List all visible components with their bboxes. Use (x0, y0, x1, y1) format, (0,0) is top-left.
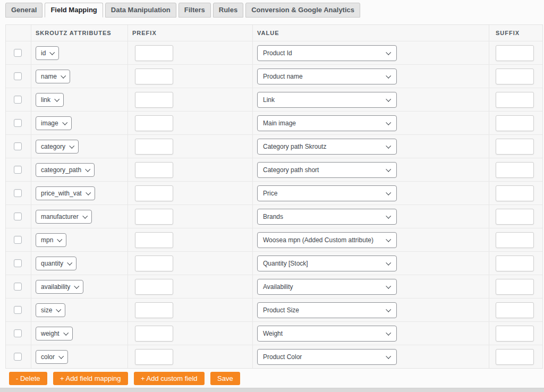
suffix-input[interactable] (496, 139, 534, 155)
row-checkbox[interactable] (14, 306, 22, 314)
value-select[interactable]: Price (257, 185, 397, 201)
suffix-cell (489, 205, 542, 228)
suffix-cell (489, 228, 542, 251)
suffix-input[interactable] (496, 115, 534, 131)
value-select[interactable]: Quantity [Stock] (257, 255, 397, 271)
suffix-input[interactable] (496, 162, 534, 178)
table-row: availability Availability (6, 275, 542, 298)
prefix-input[interactable] (135, 279, 173, 295)
attribute-select[interactable]: id (36, 46, 59, 60)
add-field-mapping-button[interactable]: + Add field mapping (53, 372, 128, 385)
save-button[interactable]: Save (210, 372, 240, 385)
row-checkbox[interactable] (14, 353, 22, 361)
chevron-down-icon (386, 167, 391, 172)
chevron-down-icon (386, 120, 391, 125)
attribute-select[interactable]: size (36, 303, 65, 317)
value-select-value: Product Size (263, 306, 299, 314)
attribute-select[interactable]: link (36, 93, 64, 107)
value-select[interactable]: Brands (257, 209, 397, 225)
prefix-input[interactable] (135, 92, 173, 108)
prefix-input[interactable] (135, 162, 173, 178)
tab-general[interactable]: General (5, 3, 42, 18)
prefix-input[interactable] (135, 185, 173, 201)
attribute-cell: id (31, 41, 128, 64)
value-select-value: Category path Skroutz (263, 143, 326, 150)
row-checkbox[interactable] (14, 212, 22, 220)
suffix-input[interactable] (496, 279, 534, 295)
row-checkbox[interactable] (14, 142, 22, 150)
attribute-select[interactable]: quantity (36, 257, 76, 270)
tab-field-mapping[interactable]: Field Mapping (45, 3, 103, 18)
tab-rules[interactable]: Rules (213, 3, 243, 18)
checkbox-cell (6, 345, 31, 368)
value-select[interactable]: Product Id (257, 45, 397, 61)
tab-filters[interactable]: Filters (178, 3, 211, 18)
prefix-input[interactable] (135, 255, 173, 271)
attribute-select[interactable]: color (36, 350, 68, 364)
row-checkbox[interactable] (14, 72, 22, 80)
suffix-input[interactable] (496, 69, 534, 84)
prefix-input[interactable] (135, 209, 173, 225)
chevron-down-icon (85, 167, 90, 172)
row-checkbox[interactable] (14, 329, 22, 337)
attribute-select[interactable]: mpn (36, 233, 66, 247)
value-select[interactable]: Main image (257, 115, 397, 131)
value-select[interactable]: Product Color (257, 349, 397, 365)
table-body: id Product Id name (6, 41, 542, 368)
value-cell: Main image (253, 112, 489, 134)
value-select[interactable]: Availability (257, 279, 397, 295)
delete-button[interactable]: - Delete (9, 372, 47, 385)
attribute-select[interactable]: weight (36, 327, 73, 340)
column-header-checkbox (6, 25, 31, 41)
attribute-select[interactable]: category_path (36, 163, 95, 177)
suffix-input[interactable] (496, 232, 534, 248)
suffix-input[interactable] (496, 92, 534, 108)
suffix-input[interactable] (496, 326, 534, 342)
value-select[interactable]: Product name (257, 69, 397, 84)
value-select[interactable]: Woosea mpn (Added Custom attribute) (257, 232, 397, 248)
attribute-select[interactable]: category (36, 140, 79, 154)
value-select[interactable]: Category path Skroutz (257, 139, 397, 155)
checkbox-cell (6, 205, 31, 228)
suffix-input[interactable] (496, 255, 534, 271)
suffix-input[interactable] (496, 349, 534, 365)
row-checkbox[interactable] (14, 259, 22, 267)
attribute-select[interactable]: manufacturer (36, 210, 92, 224)
suffix-input[interactable] (496, 302, 534, 318)
row-checkbox[interactable] (14, 119, 22, 127)
prefix-input[interactable] (135, 69, 173, 84)
row-checkbox[interactable] (14, 166, 22, 174)
prefix-input[interactable] (135, 326, 173, 342)
value-select-value: Woosea mpn (Added Custom attribute) (263, 236, 373, 244)
row-checkbox[interactable] (14, 283, 22, 291)
value-select[interactable]: Category path short (257, 162, 397, 178)
value-select[interactable]: Link (257, 92, 397, 108)
prefix-input[interactable] (135, 232, 173, 248)
tab-conversion-google-analytics[interactable]: Conversion & Google Analytics (245, 3, 360, 18)
value-select[interactable]: Weight (257, 326, 397, 342)
attribute-cell: quantity (31, 252, 128, 275)
prefix-cell (128, 182, 253, 204)
value-select[interactable]: Product Size (257, 302, 397, 318)
prefix-input[interactable] (135, 115, 173, 131)
prefix-input[interactable] (135, 302, 173, 318)
suffix-input[interactable] (496, 45, 534, 61)
row-checkbox[interactable] (14, 236, 22, 244)
row-checkbox[interactable] (14, 49, 22, 57)
suffix-input[interactable] (496, 185, 534, 201)
attribute-select[interactable]: availability (36, 280, 83, 294)
row-checkbox[interactable] (14, 96, 22, 104)
suffix-cell (489, 275, 542, 298)
tab-data-manipulation[interactable]: Data Manipulation (105, 3, 176, 18)
add-custom-field-button[interactable]: + Add custom field (134, 372, 205, 385)
suffix-input[interactable] (496, 209, 534, 225)
attribute-select[interactable]: name (36, 70, 70, 83)
prefix-cell (128, 252, 253, 275)
attribute-select[interactable]: image (36, 116, 72, 130)
prefix-input[interactable] (135, 45, 173, 61)
chevron-down-icon (386, 73, 391, 79)
prefix-input[interactable] (135, 349, 173, 365)
prefix-input[interactable] (135, 139, 173, 155)
row-checkbox[interactable] (14, 189, 22, 197)
attribute-select[interactable]: price_with_vat (36, 186, 95, 200)
